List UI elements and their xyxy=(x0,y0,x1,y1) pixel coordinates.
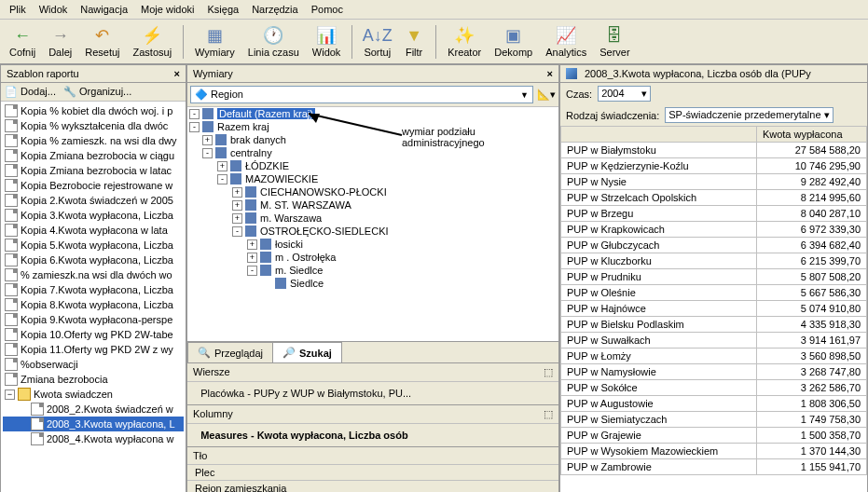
table-row[interactable]: PUP w Kędzierzynie-Koźlu10 746 295,90 xyxy=(561,158,867,174)
close-icon[interactable]: × xyxy=(547,68,553,79)
tree-item[interactable]: Kopia 5.Kwota wypłacona, Liczba xyxy=(3,238,184,253)
tool-icon[interactable]: ⬚ xyxy=(544,366,553,378)
toolbar-decomp-button[interactable]: ▣Dekomp xyxy=(489,23,538,60)
toolbar-back-button[interactable]: ←Cofnij xyxy=(4,23,41,60)
table-row[interactable]: PUP w Oleśnie5 667 586,30 xyxy=(561,285,867,301)
bg-row[interactable]: Rejon zamieszkania xyxy=(187,480,558,492)
expander-icon[interactable]: + xyxy=(217,161,227,171)
table-row[interactable]: PUP w Zambrowie1 155 941,70 xyxy=(561,459,867,475)
tree-item[interactable]: Kopia % zamieszk. na wsi dla dwy xyxy=(3,133,184,148)
expander-icon[interactable]: - xyxy=(189,122,200,132)
expander-icon[interactable]: - xyxy=(202,148,213,158)
table-row[interactable]: PUP w Hajnówce5 074 910,80 xyxy=(561,301,867,317)
table-row[interactable]: PUP w Bielsku Podlaskim4 335 918,30 xyxy=(561,317,867,333)
tree-item[interactable]: Kopia 6.Kwota wypłacona, Liczba xyxy=(3,253,184,267)
dimension-node[interactable]: +CIECHANOWSKO-PŁOCKI xyxy=(187,185,558,198)
expander-icon[interactable]: + xyxy=(232,187,242,198)
columns-content[interactable]: Measures - Kwota wypłacona, Liczba osób xyxy=(187,424,558,446)
dimension-node[interactable]: -m. Siedlce xyxy=(187,264,558,277)
menu-item[interactable]: Narzędzia xyxy=(246,2,304,17)
dimension-node[interactable]: +ŁÓDZKIE xyxy=(187,159,558,172)
expander-icon[interactable]: + xyxy=(247,253,257,263)
table-row[interactable]: PUP w Łomży3 560 898,50 xyxy=(561,348,867,364)
data-table[interactable]: Kwota wypłacona PUP w Białymstoku27 584 … xyxy=(560,126,867,492)
tree-item[interactable]: 2008_3.Kwota wypłacona, L xyxy=(3,417,184,431)
table-row[interactable]: PUP w Głubczycach6 394 682,40 xyxy=(561,238,867,253)
dimension-node[interactable]: +łosicki xyxy=(187,238,558,251)
add-button[interactable]: 📄 Dodaj... xyxy=(5,86,56,98)
tree-item[interactable]: Kopia 3.Kwota wypłacona, Liczba xyxy=(3,208,184,223)
menu-item[interactable]: Księga xyxy=(202,2,245,17)
tree-item[interactable]: Kopia 7.Kwota wypłacona, Liczba xyxy=(3,282,184,297)
expander-icon[interactable]: + xyxy=(247,239,257,250)
tree-item[interactable]: %obserwacji xyxy=(3,357,184,372)
service-select[interactable]: SP-świadczenie przedemerytalne ▾ xyxy=(665,107,833,123)
rows-content[interactable]: Placówka - PUPy z WUP w Białymstoku, PU.… xyxy=(187,382,558,404)
table-row[interactable]: PUP w Siemiatyczach1 749 758,30 xyxy=(561,412,867,428)
tree-item[interactable]: Kopia 11.Oferty wg PKD 2W z wy xyxy=(3,342,184,357)
toolbar-time-button[interactable]: 🕐Linia czasu xyxy=(242,23,305,60)
table-row[interactable]: PUP w Krapkowicach6 972 339,30 xyxy=(561,222,867,238)
expander-icon[interactable]: − xyxy=(5,390,15,400)
tree-item[interactable]: Zmiana bezrobocia xyxy=(3,372,184,387)
table-row[interactable]: PUP w Prudniku5 807 508,20 xyxy=(561,269,867,285)
tree-item[interactable]: Kopia Zmiana bezrobocia w latac xyxy=(3,163,184,178)
expander-icon[interactable]: - xyxy=(247,266,257,276)
menu-item[interactable]: Widok xyxy=(34,2,74,17)
table-row[interactable]: PUP w Suwałkach3 914 161,97 xyxy=(561,333,867,348)
table-row[interactable]: PUP w Brzegu8 040 287,10 xyxy=(561,206,867,222)
dimension-node[interactable]: +m. Warszawa xyxy=(187,212,558,225)
toolbar-view-button[interactable]: 📊Widok xyxy=(307,23,347,60)
expander-icon[interactable]: - xyxy=(232,226,242,237)
organize-button[interactable]: 🔧 Organizuj... xyxy=(63,86,131,98)
tool-icon[interactable]: ⬚ xyxy=(544,408,553,420)
toolbar-server-button[interactable]: 🗄Server xyxy=(594,23,635,60)
expander-icon[interactable]: + xyxy=(232,200,242,211)
toolbar-analytics-button[interactable]: 📈Analytics xyxy=(540,23,592,60)
menu-item[interactable]: Plik xyxy=(4,2,32,17)
expander-icon[interactable]: + xyxy=(232,213,242,224)
tree-folder[interactable]: −Kwota swiadczen xyxy=(3,387,184,402)
tree-item[interactable]: Kopia Bezrobocie rejestrowane w xyxy=(3,178,184,193)
table-row[interactable]: PUP w Namysłowie3 268 747,80 xyxy=(561,364,867,380)
tree-item[interactable]: Kopia Zmiana bezrobocia w ciągu xyxy=(3,148,184,163)
col-header[interactable]: Kwota wypłacona xyxy=(756,127,866,143)
dimension-node[interactable]: Siedlce xyxy=(187,277,558,290)
tree-item[interactable]: Kopia 8.Kwota wypłacona, Liczba xyxy=(3,297,184,312)
tree-item[interactable]: Kopia 10.Oferty wg PKD 2W-tabe xyxy=(3,327,184,342)
expander-icon[interactable]: + xyxy=(202,135,213,145)
tab-browse[interactable]: 🔍 Przeglądaj xyxy=(187,342,273,362)
dimension-node[interactable]: -MAZOWIECKIE xyxy=(187,172,558,185)
expander-icon[interactable]: - xyxy=(189,109,200,119)
time-select[interactable]: 2004 ▾ xyxy=(598,86,651,102)
menu-item[interactable]: Pomoc xyxy=(306,2,349,17)
tree-item[interactable]: Kopia % kobiet dla dwóch woj. i p xyxy=(3,103,184,118)
tree-item[interactable]: Kopia 9.Kwota wypłacona-perspe xyxy=(3,312,184,327)
template-tree[interactable]: Kopia % kobiet dla dwóch woj. i pKopia %… xyxy=(1,102,186,492)
table-row[interactable]: PUP w Białymstoku27 584 588,20 xyxy=(561,143,867,158)
tree-item[interactable]: Kopia 2.Kwota świadczeń w 2005 xyxy=(3,193,184,208)
table-row[interactable]: PUP w Wysokiem Mazowieckiem1 370 144,30 xyxy=(561,444,867,459)
tree-item[interactable]: 2008_4.Kwota wypłacona w xyxy=(3,431,184,446)
toolbar-sort-button[interactable]: A↓ZSortuj xyxy=(358,23,396,60)
menu-item[interactable]: Moje widoki xyxy=(135,2,200,17)
table-row[interactable]: PUP w Sokółce3 262 586,70 xyxy=(561,380,867,396)
tree-item[interactable]: Kopia % wykształcenia dla dwóc xyxy=(3,118,184,133)
dimension-node[interactable]: +m . Ostrołęka xyxy=(187,251,558,264)
dimension-combo[interactable]: 🔷 Region ▼ xyxy=(190,86,533,103)
table-row[interactable]: PUP w Grajewie1 500 358,70 xyxy=(561,428,867,444)
table-row[interactable]: PUP w Augustowie1 808 306,50 xyxy=(561,396,867,412)
tree-item[interactable]: 2008_2.Kwota świadczeń w xyxy=(3,402,184,417)
toolbar-wiz-button[interactable]: ✨Kreator xyxy=(442,23,487,60)
col-header[interactable] xyxy=(561,127,757,143)
close-icon[interactable]: × xyxy=(174,68,180,79)
dimension-node[interactable]: -centralny xyxy=(187,146,558,159)
tab-search[interactable]: 🔎 Szukaj xyxy=(272,342,342,362)
menu-item[interactable]: Nawigacja xyxy=(75,2,133,17)
table-row[interactable]: PUP w Kluczborku6 215 399,70 xyxy=(561,253,867,269)
toolbar-reset-button[interactable]: ↶Resetuj xyxy=(79,23,125,60)
table-row[interactable]: PUP w Strzelcach Opolskich8 214 995,60 xyxy=(561,190,867,206)
dimension-node[interactable]: -OSTROŁĘCKO-SIEDLECKI xyxy=(187,225,558,238)
bg-row[interactable]: Plec xyxy=(187,465,558,480)
dimension-tree[interactable]: wymiar podziału administracyjnego -Defau… xyxy=(187,107,558,341)
